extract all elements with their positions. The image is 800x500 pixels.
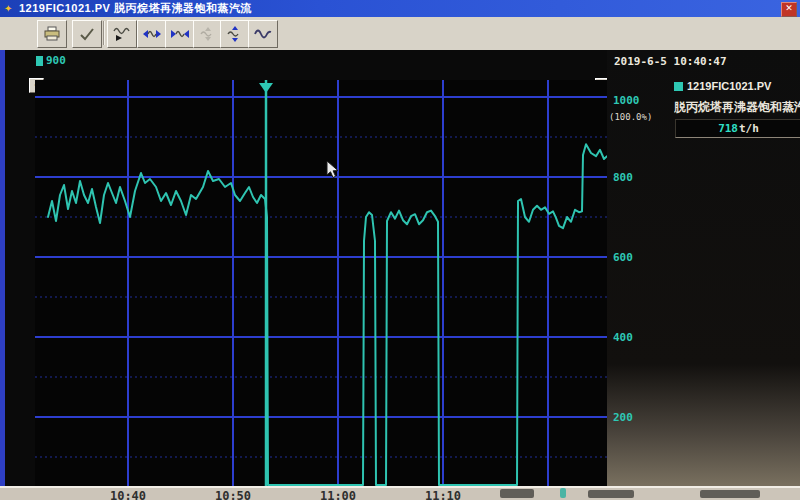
x-axis-tick: 11:00: [316, 489, 360, 500]
trend-plot[interactable]: [35, 80, 607, 486]
tag-description: 脱丙烷塔再沸器饱和蒸汽流: [674, 99, 800, 116]
close-button[interactable]: ✕: [781, 2, 797, 17]
print-button[interactable]: [37, 20, 67, 48]
pen-value: 900: [46, 54, 66, 67]
application-window: ✦ 1219FIC1021.PV 脱丙烷塔再沸器饱和蒸汽流 ✕: [0, 0, 800, 500]
pen-indicator: 900: [36, 54, 66, 67]
wave-button[interactable]: [248, 20, 278, 48]
toolbar-separator: [103, 21, 105, 45]
y-axis-tick: 200: [613, 411, 653, 424]
wave-icon: [253, 26, 273, 42]
photo-artifact: [500, 489, 534, 498]
mouse-cursor-icon: [326, 160, 339, 179]
y-axis-tick: 600: [613, 251, 653, 264]
window-title: 1219FIC1021.PV 脱丙烷塔再沸器饱和蒸汽流: [19, 1, 252, 16]
trend-chart-canvas[interactable]: [35, 80, 607, 486]
value-unit: t/h: [739, 122, 759, 135]
expand-x-button[interactable]: [137, 20, 167, 48]
x-axis-tick: 10:50: [211, 489, 255, 500]
trend-play-icon: [112, 26, 132, 42]
photo-artifact: [588, 490, 634, 498]
trend-play-button[interactable]: [107, 20, 137, 48]
x-axis-tick: 11:10: [421, 489, 465, 500]
pen-color-chip-icon: [36, 56, 43, 66]
title-bar[interactable]: ✦ 1219FIC1021.PV 脱丙烷塔再沸器饱和蒸汽流 ✕: [0, 0, 800, 17]
y-axis-tick: 400: [613, 331, 653, 344]
current-value-box: 718 t/h: [675, 119, 800, 138]
compress-x-button[interactable]: [165, 20, 195, 48]
toolbar: [0, 17, 800, 51]
print-icon: [42, 26, 62, 42]
photo-artifact: [560, 488, 566, 498]
compress-y-button[interactable]: [193, 20, 223, 48]
legend-item[interactable]: 1219FIC1021.PV: [674, 80, 771, 92]
tag-name: 1219FIC1021.PV: [687, 80, 771, 92]
time-cursor-marker-icon[interactable]: [259, 83, 273, 93]
confirm-button[interactable]: [72, 20, 102, 48]
expand-x-icon: [142, 26, 162, 42]
photo-artifact: [700, 490, 760, 498]
compress-x-icon: [170, 26, 190, 42]
check-icon: [77, 26, 97, 42]
expand-y-button[interactable]: [220, 20, 250, 48]
y-axis-tick: 800: [613, 171, 653, 184]
y-axis-percent-label: (100.0%): [609, 112, 652, 122]
window-frame-left: [0, 50, 5, 487]
app-diamond-icon: ✦: [4, 4, 14, 14]
y-axis-tick: 1000: [613, 94, 653, 107]
expand-y-icon: [225, 26, 245, 42]
legend-color-swatch-icon: [674, 82, 683, 91]
current-datetime: 2019-6-5 10:40:47: [614, 55, 727, 68]
current-value: 718: [718, 122, 738, 135]
x-axis-tick: 10:40: [106, 489, 150, 500]
compress-y-icon: [198, 26, 218, 42]
